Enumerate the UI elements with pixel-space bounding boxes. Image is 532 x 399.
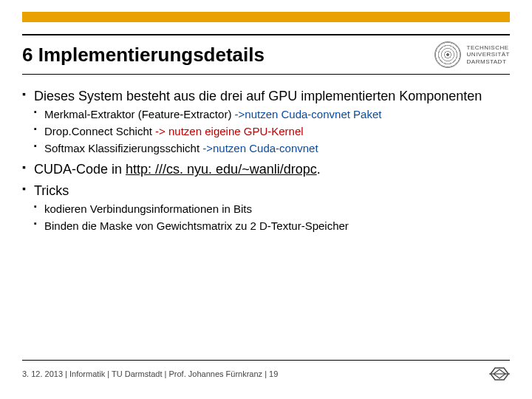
cuda-code-link[interactable]: http: ///cs. nyu. edu/~wanli/dropc — [126, 162, 317, 177]
bullet-2-pre: CUDA-Code in — [34, 162, 126, 177]
footer-text: 3. 12. 2013 | Informatik | TU Darmstadt … — [22, 369, 278, 378]
bullet-3: Tricks kodieren Verbindungsinformationen… — [22, 182, 510, 233]
divider-mid — [22, 74, 510, 75]
bullet-2: CUDA-Code in http: ///cs. nyu. edu/~wanl… — [22, 160, 510, 178]
university-logo: TECHNISCHE UNIVERSITÄT DARMSTADT — [434, 41, 510, 68]
bullet-1-1-black: Merkmal-Extraktor (Feature-Extractor) — [44, 108, 235, 120]
content-area: Dieses System besteht aus die drei auf G… — [22, 87, 510, 238]
divider-bottom — [22, 360, 510, 361]
divider-top — [22, 34, 510, 35]
bullet-1-2: Drop.Connect Schicht -> nutzen eigeine G… — [34, 123, 510, 139]
title-row: 6 Implementierungsdetails TECHNISCHE UNI… — [22, 41, 510, 68]
bullet-3-text: Tricks — [34, 183, 69, 198]
university-seal-icon — [434, 41, 461, 68]
bullet-1-text: Dieses System besteht aus die drei auf G… — [34, 89, 482, 103]
accent-band — [22, 12, 510, 22]
bullet-3-1: kodieren Verbindungsinformationen in Bit… — [34, 201, 510, 216]
bullet-1-3: Softmax Klassifizierungsschicht ->nutzen… — [34, 140, 510, 156]
bullet-1-1-blue: ->nutzen Cuda-convnet Paket — [235, 108, 382, 120]
bullet-2-post: . — [317, 162, 321, 177]
bullet-1-2-black: Drop.Connect Schicht — [44, 125, 155, 137]
bullet-1-1: Merkmal-Extraktor (Feature-Extractor) ->… — [34, 106, 510, 122]
footer: 3. 12. 2013 | Informatik | TU Darmstadt … — [22, 365, 510, 383]
bullet-1-3-blue: ->nutzen Cuda-convnet — [202, 142, 318, 154]
bullet-3-2: Binden die Maske von Gewichtsmatrix zu 2… — [34, 218, 510, 233]
bullet-1: Dieses System besteht aus die drei auf G… — [22, 87, 510, 156]
bullet-1-3-black: Softmax Klassifizierungsschicht — [44, 142, 202, 154]
bullet-1-2-red: -> nutzen eigeine GPU-Kernel — [155, 125, 304, 137]
footer-logo-icon — [489, 365, 510, 383]
university-name: TECHNISCHE UNIVERSITÄT DARMSTADT — [467, 44, 510, 66]
slide-title: 6 Implementierungsdetails — [22, 44, 265, 66]
